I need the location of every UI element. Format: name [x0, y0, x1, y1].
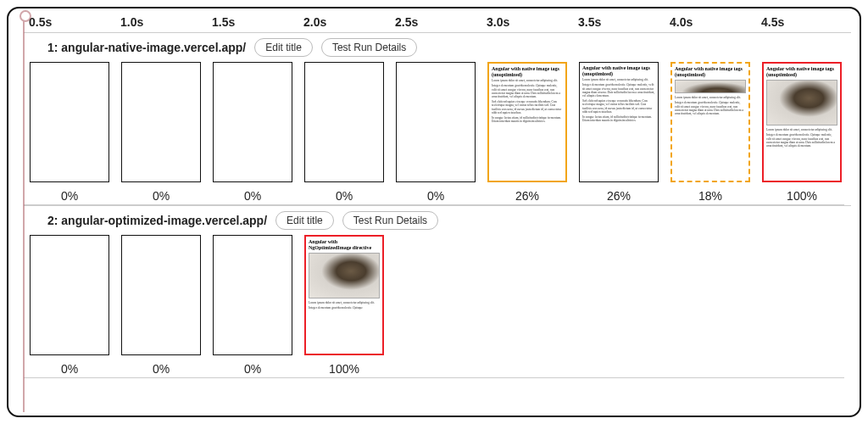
frame-column: Angular with native image tags (unoptimi…: [573, 60, 665, 203]
visual-progress-percent: 0%: [336, 189, 353, 203]
timeline-tick: 2.5s: [375, 15, 466, 29]
screenshot-frame[interactable]: [121, 62, 201, 182]
timeline-tick: 2.0s: [283, 15, 375, 29]
comparison-panel: 0.5s1.0s1.5s2.0s2.5s3.0s3.5s4.0s4.5s 1: …: [7, 7, 861, 417]
frame-text: In congue lectus etiam, id sollicitudin …: [580, 114, 658, 123]
test-title: 2: angular-optimized-image.vercel.app/: [47, 214, 267, 227]
frame-heading: Angular with native image tags (unoptimi…: [489, 64, 565, 78]
visual-progress-percent: 100%: [787, 189, 817, 203]
frame-text: Integer elementum gravida molestie. Quis…: [672, 100, 748, 116]
visual-progress-percent: 26%: [515, 189, 539, 203]
frame-column: Angular with NgOptimizedImage directiveL…: [298, 233, 390, 376]
timeline-tick: 4.0s: [649, 15, 741, 29]
frame-heading: Angular with native image tags (unoptimi…: [580, 63, 658, 77]
visual-progress-percent: 0%: [61, 189, 78, 203]
test-run-details-button[interactable]: Test Run Details: [321, 38, 417, 57]
timeline-tick: 3.0s: [466, 15, 558, 29]
frame-column: Angular with native image tags (unoptimi…: [756, 60, 848, 203]
frame-column: 0%: [207, 60, 298, 203]
visual-progress-percent: 0%: [153, 189, 170, 203]
frame-column: 0%: [115, 233, 207, 376]
frame-column: Angular with native image tags (unoptimi…: [665, 60, 756, 203]
visual-progress-percent: 0%: [244, 189, 261, 203]
frame-text: Sed eleifend sapien et neque venenatis b…: [489, 99, 565, 115]
screenshot-frame[interactable]: [304, 62, 384, 182]
visual-progress-percent: 0%: [244, 362, 261, 376]
frame-text: Integer elementum gravida molestie. Quis…: [580, 82, 658, 98]
frame-column: 0%: [207, 233, 298, 376]
screenshot-frame[interactable]: [30, 62, 109, 182]
screenshot-frame[interactable]: [213, 62, 292, 182]
visual-progress-percent: 0%: [427, 189, 444, 203]
frame-text: Integer elementum gravida molestie. Quis…: [764, 132, 840, 148]
frame-text: In congue lectus etiam, id sollicitudin …: [489, 115, 565, 124]
test-title: 1: angular-native-image.vercel.app/: [47, 41, 246, 54]
test-run-details-button[interactable]: Test Run Details: [342, 211, 438, 230]
filmstrip: 0%0%0%0%0%Angular with native image tags…: [8, 60, 860, 203]
timeline-ruler: 0.5s1.0s1.5s2.0s2.5s3.0s3.5s4.0s4.5s: [8, 8, 860, 32]
visual-progress-percent: 26%: [607, 189, 631, 203]
screenshot-frame[interactable]: [396, 62, 476, 182]
frame-column: Angular with native image tags (unoptimi…: [481, 60, 573, 203]
timeline-tick: 1.0s: [100, 15, 192, 29]
screenshot-frame[interactable]: Angular with native image tags (unoptimi…: [487, 62, 567, 182]
frame-image: [309, 253, 380, 298]
frame-column: 0%: [298, 60, 390, 203]
visual-progress-percent: 0%: [61, 362, 78, 376]
test-row-header: 1: angular-native-image.vercel.app/Edit …: [24, 32, 851, 60]
frame-text: Sed eleifend sapien et neque venenatis b…: [580, 98, 658, 114]
timeline-tick: 1.5s: [192, 15, 283, 29]
frame-text: Integer elementum gravida molestie. Quis…: [306, 305, 382, 310]
screenshot-frame[interactable]: [121, 235, 201, 355]
frame-column: 0%: [390, 60, 481, 203]
screenshot-frame[interactable]: [213, 235, 292, 355]
edit-title-button[interactable]: Edit title: [275, 211, 334, 230]
filmstrip: 0%0%0%Angular with NgOptimizedImage dire…: [8, 233, 860, 376]
visual-progress-percent: 18%: [698, 189, 722, 203]
frame-image: [766, 80, 837, 126]
screenshot-frame[interactable]: Angular with native image tags (unoptimi…: [670, 62, 750, 182]
timeline-tick: 4.5s: [741, 15, 832, 29]
frame-column: 0%: [115, 60, 207, 203]
visual-progress-percent: 100%: [329, 362, 359, 376]
test-row-header: 2: angular-optimized-image.vercel.app/Ed…: [24, 205, 851, 233]
row-divider: [24, 377, 844, 378]
frame-column: 0%: [24, 233, 115, 376]
frame-heading: Angular with NgOptimizedImage directive: [306, 237, 382, 251]
timeline-tick: 3.5s: [558, 15, 649, 29]
visual-progress-percent: 0%: [153, 362, 170, 376]
frame-image-partial: [675, 80, 746, 93]
screenshot-frame[interactable]: Angular with NgOptimizedImage directiveL…: [304, 235, 384, 355]
frame-column: 0%: [24, 60, 115, 203]
screenshot-frame[interactable]: [30, 235, 109, 355]
frame-heading: Angular with native image tags (unoptimi…: [672, 64, 748, 78]
screenshot-frame[interactable]: Angular with native image tags (unoptimi…: [762, 62, 842, 182]
frame-heading: Angular with native image tags (unoptimi…: [764, 64, 840, 78]
frame-text: Integer elementum gravida molestie. Quis…: [489, 83, 565, 99]
screenshot-frame[interactable]: Angular with native image tags (unoptimi…: [579, 62, 659, 182]
playhead-marker[interactable]: [23, 14, 25, 412]
edit-title-button[interactable]: Edit title: [254, 38, 313, 57]
